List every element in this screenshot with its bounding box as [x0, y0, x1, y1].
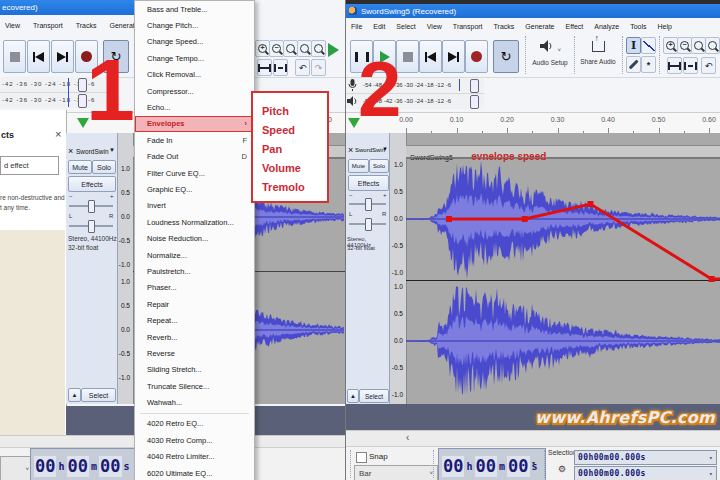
effect-menu-item-echo[interactable]: Echo... — [135, 99, 254, 115]
window2-waveform[interactable] — [389, 133, 720, 404]
trim-button[interactable] — [667, 57, 682, 74]
skip-end-button[interactable] — [51, 40, 74, 73]
selection-tool-button[interactable]: I — [626, 37, 641, 54]
snap-mode-dropdown[interactable]: Bar ˅ — [354, 465, 438, 480]
window1-time-display[interactable]: 00h00m00s — [30, 448, 140, 480]
pan-slider[interactable] — [69, 225, 113, 227]
menu-effect[interactable]: Effect — [564, 22, 586, 31]
solo-button[interactable]: Solo — [369, 159, 389, 173]
zoom-out-button[interactable]: − — [677, 37, 692, 54]
recording-level-slider[interactable] — [470, 79, 479, 93]
play-at-speed-icon[interactable] — [328, 43, 339, 57]
solo-button[interactable]: Solo — [92, 160, 116, 174]
effect-menu-item-repeat[interactable]: Repeat... — [135, 312, 254, 328]
menu-file[interactable]: File — [349, 22, 364, 31]
effect-menu-item-4030-retro-comp[interactable]: 4030 Retro Comp... — [135, 432, 254, 448]
effect-menu-item-filter-curve-eq[interactable]: Filter Curve EQ... — [135, 165, 254, 181]
window2-titlebar[interactable]: SwordSwing5 (Recovered) — [346, 4, 720, 18]
zoom-selection-button[interactable] — [283, 40, 298, 57]
select-button[interactable]: Select — [359, 389, 389, 403]
window2-timeline-ruler[interactable]: 0.000.100.200.300.400.500.60 — [346, 112, 720, 135]
effect-menu-item-bass-and-treble[interactable]: Bass and Treble... — [135, 1, 254, 17]
menu-analyze[interactable]: Analyze — [592, 22, 621, 31]
mute-button[interactable]: Mute — [348, 159, 369, 173]
time-display-caret-icon[interactable]: ▾ — [532, 459, 535, 466]
submenu-item-volume[interactable]: Volume — [253, 158, 327, 177]
menu-generate[interactable]: Generate — [523, 22, 556, 31]
collapse-button[interactable]: ▲ — [347, 389, 359, 403]
submenu-item-speed[interactable]: Speed — [253, 120, 327, 139]
effects-button[interactable]: Effects — [68, 176, 116, 192]
effect-menu-item-phaser[interactable]: Phaser... — [135, 280, 254, 296]
track-menu-caret-icon[interactable]: ▼ — [109, 147, 115, 153]
skip-start-button[interactable] — [27, 40, 50, 73]
effect-menu-item-4020-retro-eq[interactable]: 4020 Retro EQ... — [135, 416, 254, 432]
menu-tools[interactable]: Tools — [628, 22, 648, 31]
zoom-in-button[interactable]: + — [663, 37, 678, 54]
effect-menu-item-repair[interactable]: Repair — [135, 296, 254, 312]
effect-menu-item-4040-retro-limiter[interactable]: 4040 Retro Limiter... — [135, 449, 254, 465]
effect-menu-item-truncate-silence[interactable]: Truncate Silence... — [135, 378, 254, 394]
effect-menu-item-loudness-normalization[interactable]: Loudness Normalization... — [135, 214, 254, 230]
silence-button[interactable] — [683, 57, 698, 74]
selection-start-field[interactable]: 00h00m00.000s ▾ — [574, 450, 717, 465]
submenu-item-tremolo[interactable]: Tremolo — [253, 177, 327, 196]
effect-menu-item-sliding-stretch[interactable]: Sliding Stretch... — [135, 362, 254, 378]
effect-menu-item-click-removal[interactable]: Click Removal... — [135, 67, 254, 83]
effect-menu-item-fade-out[interactable]: Fade OutD — [135, 149, 254, 165]
window2-time-display[interactable]: 00h00m00s — [438, 448, 546, 480]
menu-transport[interactable]: Transport — [31, 21, 65, 30]
effect-menu-item-invert[interactable]: Invert — [135, 198, 254, 214]
menu-tracks[interactable]: Tracks — [74, 21, 99, 30]
zoom-project-button[interactable] — [297, 40, 312, 57]
track-close-icon[interactable]: × — [348, 145, 353, 155]
collapse-button[interactable]: ▲ — [68, 388, 81, 402]
loop-button[interactable]: ↻ — [493, 40, 519, 73]
snap-checkbox[interactable] — [356, 452, 367, 463]
zoom-selection-button[interactable] — [691, 37, 706, 54]
effect-menu-item-envelopes[interactable]: Envelopes› — [135, 116, 254, 132]
silence-button[interactable] — [273, 59, 288, 76]
zoom-out-button[interactable]: − — [269, 40, 284, 57]
zoom-project-button[interactable] — [705, 37, 720, 54]
draw-tool-button[interactable] — [626, 56, 641, 73]
zoom-in-button[interactable]: + — [255, 40, 270, 57]
audio-setup-button[interactable]: ˅ Audio Setup — [530, 38, 570, 74]
effect-menu-item-wahwah[interactable]: Wahwah... — [135, 394, 254, 410]
track-menu-caret-icon[interactable]: ▼ — [382, 146, 388, 152]
effect-menu-item-reverse[interactable]: Reverse — [135, 345, 254, 361]
effect-menu-item-paulstretch[interactable]: Paulstretch... — [135, 263, 254, 279]
window1-titlebar[interactable]: ecovered) — [0, 0, 136, 15]
trim-button[interactable] — [257, 59, 272, 76]
effect-menu-item-change-pitch[interactable]: Change Pitch... — [135, 17, 254, 33]
mute-button[interactable]: Mute — [68, 160, 92, 174]
add-effect-button[interactable]: d effect — [0, 156, 59, 175]
effect-menu-item-reverb[interactable]: Reverb... — [135, 329, 254, 345]
effect-menu-item-compressor[interactable]: Compressor... — [135, 83, 254, 99]
gain-slider[interactable] — [69, 205, 113, 207]
menu-select[interactable]: Select — [394, 22, 417, 31]
track-name[interactable]: SwordSwin — [76, 148, 109, 155]
menu-transport[interactable]: Transport — [451, 22, 485, 31]
menu-edit[interactable]: Edit — [371, 22, 387, 31]
menu-help[interactable]: Help — [656, 22, 674, 31]
menu-tracks[interactable]: Tracks — [492, 22, 517, 31]
effects-button[interactable]: Effects — [348, 175, 389, 191]
menu-view[interactable]: View — [425, 22, 444, 31]
undo-button[interactable]: ↶ — [701, 57, 716, 74]
effect-menu-item-normalize[interactable]: Normalize... — [135, 247, 254, 263]
envelope-tool-button[interactable] — [641, 37, 656, 54]
track-name[interactable]: SwordSwin — [355, 147, 385, 153]
undo-button[interactable]: ↶ — [295, 59, 310, 76]
effect-menu-item-fade-in[interactable]: Fade InF — [135, 132, 254, 148]
pan-slider[interactable] — [349, 223, 386, 225]
submenu-item-pan[interactable]: Pan — [253, 139, 327, 158]
stop-button[interactable] — [3, 40, 26, 73]
multi-tool-button[interactable]: * — [641, 56, 656, 73]
scroll-left-arrow-icon[interactable]: ‹ — [406, 432, 409, 443]
record-button[interactable] — [465, 40, 488, 73]
window1-snap-dropdown[interactable]: ˅ — [0, 456, 34, 480]
playback-level-slider[interactable] — [470, 95, 479, 109]
effect-menu-item-change-speed[interactable]: Change Speed... — [135, 34, 254, 50]
effect-menu-item-graphic-eq[interactable]: Graphic EQ... — [135, 181, 254, 197]
